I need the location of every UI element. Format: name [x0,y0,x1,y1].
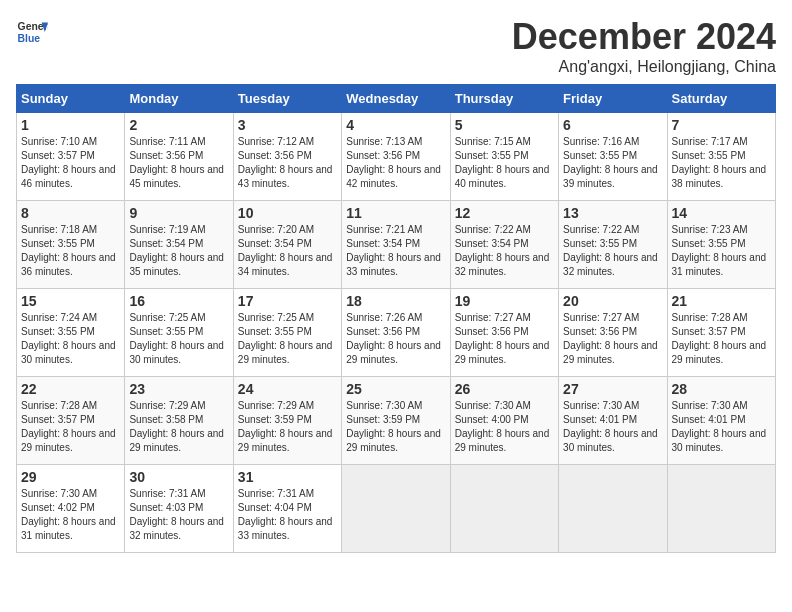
day-info: Sunrise: 7:29 AM Sunset: 3:59 PM Dayligh… [238,399,337,455]
calendar-day-cell: 6Sunrise: 7:16 AM Sunset: 3:55 PM Daylig… [559,113,667,201]
calendar-day-cell: 11Sunrise: 7:21 AM Sunset: 3:54 PM Dayli… [342,201,450,289]
day-number: 10 [238,205,337,221]
day-info: Sunrise: 7:22 AM Sunset: 3:54 PM Dayligh… [455,223,554,279]
weekday-header-cell: Wednesday [342,85,450,113]
day-info: Sunrise: 7:26 AM Sunset: 3:56 PM Dayligh… [346,311,445,367]
weekday-header-cell: Friday [559,85,667,113]
header: General Blue December 2024 Ang'angxi, He… [16,16,776,76]
day-info: Sunrise: 7:31 AM Sunset: 4:03 PM Dayligh… [129,487,228,543]
calendar-day-cell: 13Sunrise: 7:22 AM Sunset: 3:55 PM Dayli… [559,201,667,289]
day-number: 12 [455,205,554,221]
day-info: Sunrise: 7:27 AM Sunset: 3:56 PM Dayligh… [563,311,662,367]
title-area: December 2024 Ang'angxi, Heilongjiang, C… [512,16,776,76]
day-info: Sunrise: 7:30 AM Sunset: 4:01 PM Dayligh… [672,399,771,455]
calendar-day-cell: 14Sunrise: 7:23 AM Sunset: 3:55 PM Dayli… [667,201,775,289]
calendar-day-cell: 26Sunrise: 7:30 AM Sunset: 4:00 PM Dayli… [450,377,558,465]
calendar-day-cell: 28Sunrise: 7:30 AM Sunset: 4:01 PM Dayli… [667,377,775,465]
day-info: Sunrise: 7:27 AM Sunset: 3:56 PM Dayligh… [455,311,554,367]
calendar-day-cell: 31Sunrise: 7:31 AM Sunset: 4:04 PM Dayli… [233,465,341,553]
calendar-day-cell: 17Sunrise: 7:25 AM Sunset: 3:55 PM Dayli… [233,289,341,377]
month-title: December 2024 [512,16,776,58]
svg-text:Blue: Blue [18,33,41,44]
calendar-day-cell [450,465,558,553]
day-number: 3 [238,117,337,133]
day-number: 14 [672,205,771,221]
location-title: Ang'angxi, Heilongjiang, China [512,58,776,76]
calendar-day-cell: 30Sunrise: 7:31 AM Sunset: 4:03 PM Dayli… [125,465,233,553]
day-info: Sunrise: 7:30 AM Sunset: 4:00 PM Dayligh… [455,399,554,455]
day-info: Sunrise: 7:12 AM Sunset: 3:56 PM Dayligh… [238,135,337,191]
weekday-header-cell: Monday [125,85,233,113]
day-info: Sunrise: 7:17 AM Sunset: 3:55 PM Dayligh… [672,135,771,191]
calendar-day-cell: 12Sunrise: 7:22 AM Sunset: 3:54 PM Dayli… [450,201,558,289]
logo-icon: General Blue [16,16,48,48]
day-number: 2 [129,117,228,133]
calendar-day-cell [559,465,667,553]
day-number: 18 [346,293,445,309]
day-number: 28 [672,381,771,397]
calendar-day-cell: 7Sunrise: 7:17 AM Sunset: 3:55 PM Daylig… [667,113,775,201]
calendar-day-cell: 25Sunrise: 7:30 AM Sunset: 3:59 PM Dayli… [342,377,450,465]
day-info: Sunrise: 7:31 AM Sunset: 4:04 PM Dayligh… [238,487,337,543]
day-info: Sunrise: 7:28 AM Sunset: 3:57 PM Dayligh… [672,311,771,367]
calendar-day-cell [342,465,450,553]
calendar-day-cell: 1Sunrise: 7:10 AM Sunset: 3:57 PM Daylig… [17,113,125,201]
day-info: Sunrise: 7:15 AM Sunset: 3:55 PM Dayligh… [455,135,554,191]
calendar-week-row: 8Sunrise: 7:18 AM Sunset: 3:55 PM Daylig… [17,201,776,289]
day-number: 20 [563,293,662,309]
day-number: 22 [21,381,120,397]
day-number: 26 [455,381,554,397]
calendar-table: SundayMondayTuesdayWednesdayThursdayFrid… [16,84,776,553]
calendar-body: 1Sunrise: 7:10 AM Sunset: 3:57 PM Daylig… [17,113,776,553]
weekday-header-cell: Tuesday [233,85,341,113]
calendar-day-cell: 24Sunrise: 7:29 AM Sunset: 3:59 PM Dayli… [233,377,341,465]
weekday-header-cell: Saturday [667,85,775,113]
calendar-day-cell: 16Sunrise: 7:25 AM Sunset: 3:55 PM Dayli… [125,289,233,377]
day-number: 19 [455,293,554,309]
weekday-header: SundayMondayTuesdayWednesdayThursdayFrid… [17,85,776,113]
calendar-day-cell: 21Sunrise: 7:28 AM Sunset: 3:57 PM Dayli… [667,289,775,377]
calendar-day-cell: 22Sunrise: 7:28 AM Sunset: 3:57 PM Dayli… [17,377,125,465]
day-info: Sunrise: 7:18 AM Sunset: 3:55 PM Dayligh… [21,223,120,279]
calendar-day-cell: 15Sunrise: 7:24 AM Sunset: 3:55 PM Dayli… [17,289,125,377]
calendar-day-cell [667,465,775,553]
day-info: Sunrise: 7:30 AM Sunset: 3:59 PM Dayligh… [346,399,445,455]
calendar-day-cell: 4Sunrise: 7:13 AM Sunset: 3:56 PM Daylig… [342,113,450,201]
day-number: 1 [21,117,120,133]
calendar-day-cell: 8Sunrise: 7:18 AM Sunset: 3:55 PM Daylig… [17,201,125,289]
day-info: Sunrise: 7:25 AM Sunset: 3:55 PM Dayligh… [129,311,228,367]
calendar-day-cell: 23Sunrise: 7:29 AM Sunset: 3:58 PM Dayli… [125,377,233,465]
calendar-day-cell: 20Sunrise: 7:27 AM Sunset: 3:56 PM Dayli… [559,289,667,377]
calendar-day-cell: 9Sunrise: 7:19 AM Sunset: 3:54 PM Daylig… [125,201,233,289]
day-info: Sunrise: 7:20 AM Sunset: 3:54 PM Dayligh… [238,223,337,279]
day-info: Sunrise: 7:11 AM Sunset: 3:56 PM Dayligh… [129,135,228,191]
day-info: Sunrise: 7:24 AM Sunset: 3:55 PM Dayligh… [21,311,120,367]
day-number: 17 [238,293,337,309]
day-info: Sunrise: 7:10 AM Sunset: 3:57 PM Dayligh… [21,135,120,191]
calendar-week-row: 1Sunrise: 7:10 AM Sunset: 3:57 PM Daylig… [17,113,776,201]
day-number: 5 [455,117,554,133]
day-info: Sunrise: 7:22 AM Sunset: 3:55 PM Dayligh… [563,223,662,279]
calendar-week-row: 29Sunrise: 7:30 AM Sunset: 4:02 PM Dayli… [17,465,776,553]
day-number: 25 [346,381,445,397]
day-info: Sunrise: 7:29 AM Sunset: 3:58 PM Dayligh… [129,399,228,455]
calendar-day-cell: 5Sunrise: 7:15 AM Sunset: 3:55 PM Daylig… [450,113,558,201]
weekday-header-cell: Sunday [17,85,125,113]
day-number: 16 [129,293,228,309]
calendar-day-cell: 18Sunrise: 7:26 AM Sunset: 3:56 PM Dayli… [342,289,450,377]
calendar-day-cell: 10Sunrise: 7:20 AM Sunset: 3:54 PM Dayli… [233,201,341,289]
day-info: Sunrise: 7:19 AM Sunset: 3:54 PM Dayligh… [129,223,228,279]
day-number: 4 [346,117,445,133]
calendar-day-cell: 27Sunrise: 7:30 AM Sunset: 4:01 PM Dayli… [559,377,667,465]
day-number: 30 [129,469,228,485]
day-info: Sunrise: 7:21 AM Sunset: 3:54 PM Dayligh… [346,223,445,279]
logo: General Blue [16,16,48,48]
calendar-week-row: 15Sunrise: 7:24 AM Sunset: 3:55 PM Dayli… [17,289,776,377]
day-number: 31 [238,469,337,485]
day-info: Sunrise: 7:25 AM Sunset: 3:55 PM Dayligh… [238,311,337,367]
day-info: Sunrise: 7:30 AM Sunset: 4:01 PM Dayligh… [563,399,662,455]
day-number: 9 [129,205,228,221]
day-number: 23 [129,381,228,397]
calendar-day-cell: 3Sunrise: 7:12 AM Sunset: 3:56 PM Daylig… [233,113,341,201]
calendar-week-row: 22Sunrise: 7:28 AM Sunset: 3:57 PM Dayli… [17,377,776,465]
